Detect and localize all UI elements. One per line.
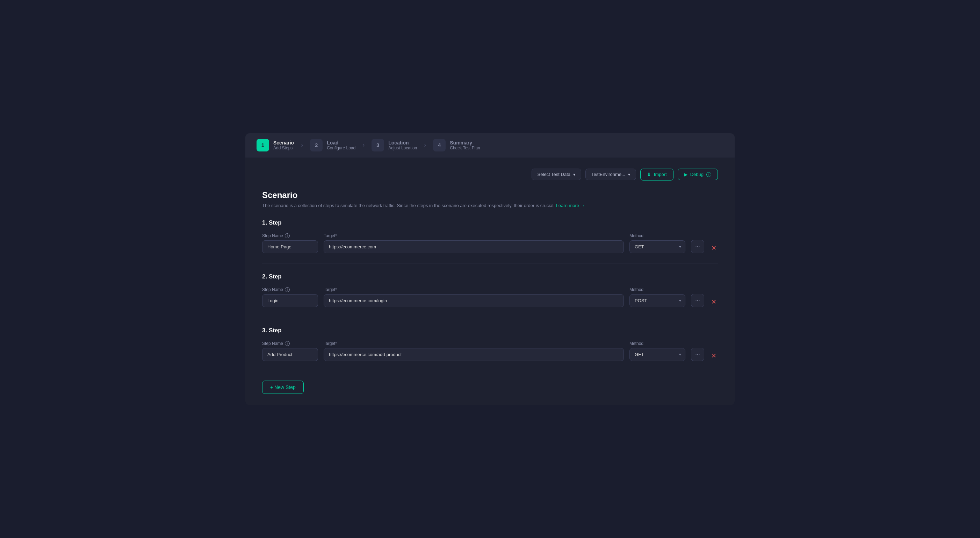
- step-number-3: 3: [372, 139, 384, 152]
- step-name-input-2[interactable]: [262, 294, 318, 307]
- remove-button-1[interactable]: ✕: [710, 243, 718, 253]
- step-section-1: 1. Step Step Name i Target* Method: [262, 219, 718, 263]
- target-group-3: Target*: [324, 341, 624, 361]
- step-info-2: Load Configure Load: [327, 140, 355, 150]
- step-name-group-2: Step Name i: [262, 287, 318, 307]
- step-section-2: 2. Step Step Name i Target* Method: [262, 273, 718, 317]
- step-arrow-1: ›: [301, 141, 303, 148]
- remove-button-2[interactable]: ✕: [710, 297, 718, 307]
- method-wrapper-3: GET POST PUT DELETE PATCH ▾: [630, 348, 686, 361]
- remove-button-3[interactable]: ✕: [710, 351, 718, 361]
- new-step-button[interactable]: + New Step: [262, 381, 304, 394]
- step-arrow-2: ›: [363, 141, 364, 148]
- step-item-3[interactable]: 3 Location Adjust Location: [372, 139, 417, 152]
- dots-button-1[interactable]: ···: [691, 240, 704, 253]
- step-subtitle-4: Check Test Plan: [450, 145, 480, 150]
- import-label: Import: [654, 172, 667, 177]
- step-item-1[interactable]: 1 Scenario Add Steps: [256, 139, 294, 152]
- main-content: Select Test Data ▾ TestEnvironme... ▾ ⬇ …: [245, 157, 735, 405]
- step-info-3: Location Adjust Location: [388, 140, 417, 150]
- step-name-input-3[interactable]: [262, 348, 318, 361]
- target-label-2: Target*: [324, 287, 624, 292]
- step-subtitle-3: Adjust Location: [388, 145, 417, 150]
- method-select-1[interactable]: GET POST PUT DELETE PATCH: [630, 240, 686, 253]
- step-arrow-3: ›: [424, 141, 426, 148]
- learn-more-link[interactable]: Learn more →: [556, 203, 585, 208]
- info-icon-debug: i: [706, 172, 711, 177]
- step-item-2[interactable]: 2 Load Configure Load: [310, 139, 355, 152]
- method-label-1: Method: [630, 233, 686, 238]
- download-icon: ⬇: [647, 172, 651, 177]
- method-group-1: Method GET POST PUT DELETE PATCH ▾: [630, 233, 686, 253]
- step-subtitle-2: Configure Load: [327, 145, 355, 150]
- play-icon: ▶: [684, 172, 687, 177]
- step-number-4: 4: [433, 139, 445, 152]
- select-test-data-label: Select Test Data: [538, 172, 570, 177]
- step-fields-3: Step Name i Target* Method GET POST: [262, 341, 718, 361]
- step-name-info-icon-1: i: [285, 233, 290, 238]
- chevron-down-icon: ▾: [573, 172, 575, 177]
- test-environment-label: TestEnvironme...: [591, 172, 625, 177]
- method-label-2: Method: [630, 287, 686, 292]
- step-fields-2: Step Name i Target* Method GET POST: [262, 287, 718, 307]
- step-number-1: 1: [256, 139, 269, 152]
- select-test-data-button[interactable]: Select Test Data ▾: [531, 169, 581, 180]
- scenario-title: Scenario: [262, 190, 718, 200]
- debug-button[interactable]: ▶ Debug i: [678, 169, 718, 180]
- new-step-label: + New Step: [270, 385, 296, 390]
- step-name-label-1: Step Name i: [262, 233, 318, 238]
- step-name-label-3: Step Name i: [262, 341, 318, 346]
- stepper: 1 Scenario Add Steps › 2 Load Configure …: [245, 133, 735, 157]
- target-input-3[interactable]: [324, 348, 624, 361]
- target-label-1: Target*: [324, 233, 624, 238]
- step-heading-1: 1. Step: [262, 219, 718, 226]
- step-name-group-3: Step Name i: [262, 341, 318, 361]
- step-title-3: Location: [388, 140, 417, 145]
- dots-button-3[interactable]: ···: [691, 348, 704, 361]
- method-wrapper-1: GET POST PUT DELETE PATCH ▾: [630, 240, 686, 253]
- import-button[interactable]: ⬇ Import: [640, 169, 673, 180]
- target-input-2[interactable]: [324, 294, 624, 307]
- step-name-info-icon-3: i: [285, 341, 290, 346]
- toolbar-row: Select Test Data ▾ TestEnvironme... ▾ ⬇ …: [262, 169, 718, 180]
- step-heading-2: 2. Step: [262, 273, 718, 280]
- step-item-4[interactable]: 4 Summary Check Test Plan: [433, 139, 480, 152]
- step-subtitle-1: Add Steps: [273, 145, 294, 150]
- step-section-3: 3. Step Step Name i Target* Method: [262, 327, 718, 371]
- step-fields-1: Step Name i Target* Method GET POST: [262, 233, 718, 253]
- app-container: 1 Scenario Add Steps › 2 Load Configure …: [245, 133, 735, 405]
- method-select-3[interactable]: GET POST PUT DELETE PATCH: [630, 348, 686, 361]
- chevron-down-icon-env: ▾: [628, 172, 630, 177]
- step-name-info-icon-2: i: [285, 287, 290, 292]
- step-title-1: Scenario: [273, 140, 294, 145]
- method-group-2: Method GET POST PUT DELETE PATCH ▾: [630, 287, 686, 307]
- scenario-description: The scenario is a collection of steps to…: [262, 203, 718, 208]
- step-name-input-1[interactable]: [262, 240, 318, 253]
- target-group-2: Target*: [324, 287, 624, 307]
- method-group-3: Method GET POST PUT DELETE PATCH ▾: [630, 341, 686, 361]
- step-title-2: Load: [327, 140, 355, 145]
- step-name-group-1: Step Name i: [262, 233, 318, 253]
- test-environment-button[interactable]: TestEnvironme... ▾: [585, 169, 636, 180]
- target-group-1: Target*: [324, 233, 624, 253]
- step-heading-3: 3. Step: [262, 327, 718, 334]
- step-info-4: Summary Check Test Plan: [450, 140, 480, 150]
- step-number-2: 2: [310, 139, 323, 152]
- step-title-4: Summary: [450, 140, 480, 145]
- method-label-3: Method: [630, 341, 686, 346]
- step-name-label-2: Step Name i: [262, 287, 318, 292]
- step-info-1: Scenario Add Steps: [273, 140, 294, 150]
- target-input-1[interactable]: [324, 240, 624, 253]
- dots-button-2[interactable]: ···: [691, 294, 704, 307]
- target-label-3: Target*: [324, 341, 624, 346]
- debug-label: Debug: [690, 172, 703, 177]
- method-wrapper-2: GET POST PUT DELETE PATCH ▾: [630, 294, 686, 307]
- method-select-2[interactable]: GET POST PUT DELETE PATCH: [630, 294, 686, 307]
